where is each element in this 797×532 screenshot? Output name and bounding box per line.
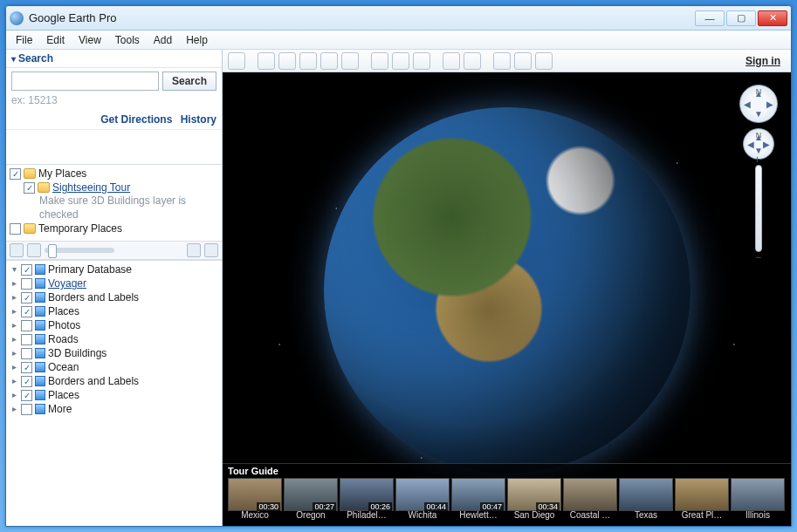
my-places-label[interactable]: My Places (38, 167, 86, 180)
tour-item[interactable]: 00:30Mexico (228, 478, 282, 523)
menu-tools[interactable]: Tools (109, 32, 146, 48)
folder-icon (24, 223, 36, 234)
sunlight-icon[interactable] (392, 52, 409, 70)
layer-icon (35, 362, 45, 372)
history-link[interactable]: History (181, 113, 216, 126)
expander-icon[interactable]: ▸ (10, 404, 18, 413)
tour-item[interactable]: Illinois (731, 478, 785, 523)
add-place-icon[interactable] (187, 243, 201, 257)
menu-view[interactable]: View (72, 32, 107, 48)
planet-icon[interactable] (413, 52, 430, 70)
search-places-icon[interactable] (10, 243, 24, 257)
layer-checkbox[interactable] (21, 334, 32, 345)
tour-item[interactable]: Great Pl… (675, 478, 729, 523)
look-wheel[interactable]: ▲▼ ◀▶ (739, 85, 778, 123)
layer-label[interactable]: Places (48, 305, 79, 317)
layer-icon (35, 390, 45, 400)
sightseeing-checkbox[interactable] (24, 182, 35, 194)
tour-caption: Coastal … (563, 511, 617, 520)
layer-label[interactable]: Ocean (48, 361, 79, 373)
menu-add[interactable]: Add (148, 32, 178, 48)
expander-icon[interactable]: ▸ (10, 278, 18, 288)
layer-checkbox[interactable] (21, 348, 32, 359)
search-header[interactable]: Search (6, 50, 222, 68)
earth-globe[interactable] (324, 107, 691, 474)
layer-checkbox[interactable] (21, 306, 32, 317)
history-icon[interactable] (371, 52, 388, 70)
ruler-icon[interactable] (443, 52, 460, 70)
tour-item[interactable]: Coastal … (563, 478, 617, 523)
places-tool-icon[interactable] (27, 243, 41, 257)
layer-checkbox[interactable] (21, 320, 32, 331)
menu-file[interactable]: File (10, 32, 38, 48)
layer-label[interactable]: Borders and Labels (48, 375, 139, 387)
layer-label[interactable]: Places (48, 389, 79, 401)
layer-checkbox[interactable] (21, 362, 32, 373)
remove-place-icon[interactable] (204, 243, 218, 257)
close-button[interactable]: ✕ (758, 10, 787, 26)
expander-icon[interactable]: ▸ (10, 348, 18, 358)
layer-label[interactable]: Voyager (48, 277, 86, 290)
nav-controls: ▲▼ ◀▶ ▲▼ ◀▶ (737, 85, 780, 252)
temporary-label[interactable]: Temporary Places (38, 222, 122, 235)
record-tour-icon[interactable] (341, 52, 359, 70)
get-directions-link[interactable]: Get Directions (100, 113, 172, 126)
expander-icon[interactable]: ▸ (10, 362, 18, 372)
layer-checkbox[interactable] (21, 376, 32, 387)
minimize-button[interactable]: — (695, 10, 725, 26)
tour-item[interactable]: 00:26Philadel… (340, 478, 394, 523)
layer-checkbox[interactable] (21, 278, 32, 290)
search-input[interactable] (11, 72, 159, 91)
tour-item[interactable]: 00:27Oregon (284, 478, 338, 523)
app-window: Google Earth Pro — ▢ ✕ File Edit View To… (5, 5, 792, 527)
menu-help[interactable]: Help (180, 32, 214, 48)
expander-icon[interactable]: ▸ (10, 292, 18, 302)
sign-in-link[interactable]: Sign in (740, 55, 786, 67)
expander-icon[interactable]: ▸ (10, 320, 18, 330)
tour-strip[interactable]: 00:30Mexico00:27Oregon00:26Philadel…00:4… (228, 478, 786, 523)
tour-time: 00:47 (480, 502, 504, 511)
print-icon[interactable] (493, 52, 511, 70)
expander-icon[interactable]: ▸ (10, 306, 18, 316)
globe-viewport[interactable]: ▲▼ ◀▶ ▲▼ ◀▶ Tour Guide 00:30Mexico00:27O… (223, 72, 791, 526)
save-image-icon[interactable] (514, 52, 532, 70)
polygon-icon[interactable] (278, 52, 296, 70)
expander-icon[interactable]: ▸ (10, 376, 18, 385)
tour-time: 00:26 (368, 502, 392, 511)
primary-db-label[interactable]: Primary Database (48, 263, 132, 276)
my-places-checkbox[interactable] (10, 168, 21, 180)
path-icon[interactable] (299, 52, 317, 70)
tour-item[interactable]: 00:47Hewlett… (451, 478, 505, 523)
layer-label[interactable]: Borders and Labels (48, 291, 139, 304)
primary-db-checkbox[interactable] (21, 264, 32, 276)
tour-item[interactable]: 00:34San Diego (507, 478, 561, 523)
image-overlay-icon[interactable] (320, 52, 338, 70)
temporary-checkbox[interactable] (10, 223, 21, 235)
search-button[interactable]: Search (162, 72, 216, 91)
layer-label[interactable]: Roads (48, 333, 79, 345)
maximize-button[interactable]: ▢ (726, 10, 756, 26)
layer-label[interactable]: More (48, 403, 72, 415)
opacity-slider[interactable] (45, 248, 114, 253)
expander-icon[interactable]: ▾ (10, 264, 18, 274)
view-maps-icon[interactable] (535, 52, 553, 70)
placemark-icon[interactable] (258, 52, 275, 70)
layer-checkbox[interactable] (21, 390, 32, 401)
layer-checkbox[interactable] (21, 404, 32, 415)
tour-item[interactable]: Texas (619, 478, 673, 523)
hide-sidebar-icon[interactable] (228, 52, 245, 70)
layer-label[interactable]: Photos (48, 319, 80, 331)
tour-caption: Texas (619, 511, 673, 520)
tour-item[interactable]: 00:44Wichita (395, 478, 450, 523)
zoom-slider[interactable] (755, 165, 762, 252)
tour-caption: Philadel… (340, 511, 394, 520)
layer-label[interactable]: 3D Buildings (48, 347, 106, 359)
titlebar[interactable]: Google Earth Pro — ▢ ✕ (6, 6, 791, 31)
expander-icon[interactable]: ▸ (10, 334, 18, 344)
layer-checkbox[interactable] (21, 292, 32, 304)
menubar: File Edit View Tools Add Help (6, 31, 791, 50)
email-icon[interactable] (464, 52, 481, 70)
menu-edit[interactable]: Edit (40, 32, 71, 48)
expander-icon[interactable]: ▸ (10, 390, 18, 399)
sightseeing-link[interactable]: Sightseeing Tour (52, 181, 130, 194)
